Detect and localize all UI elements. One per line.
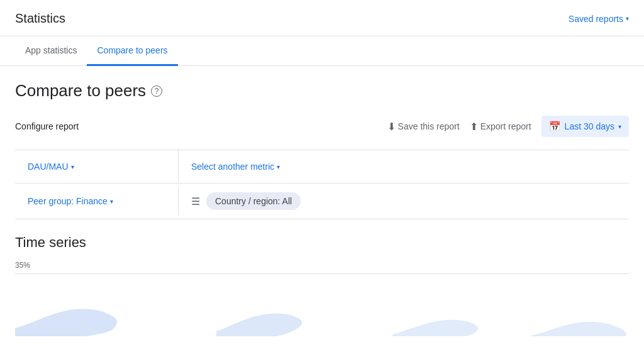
save-report-label: Save this report — [398, 121, 460, 131]
tab-compare-to-peers[interactable]: Compare to peers — [87, 36, 177, 66]
download-icon: ⬇ — [387, 121, 396, 133]
export-icon: ⬆ — [470, 121, 478, 133]
date-range-label: Last 30 days — [565, 121, 614, 131]
chart-grid-line — [15, 273, 629, 274]
peer-group-cell: Peer group: Finance ▾ — [15, 187, 179, 215]
saved-reports-button[interactable]: Saved reports ▾ — [569, 14, 629, 34]
primary-metric-cell: DAU/MAU ▾ — [15, 150, 179, 183]
country-region-chip[interactable]: Country / region: All — [206, 192, 301, 210]
tab-app-statistics[interactable]: App statistics — [15, 36, 87, 66]
filter-icon: ☰ — [191, 195, 200, 207]
chevron-down-icon: ▾ — [110, 198, 113, 205]
chevron-down-icon: ▾ — [626, 15, 629, 22]
chevron-down-icon: ▾ — [71, 163, 74, 170]
secondary-metric-label: Select another metric — [191, 162, 274, 172]
time-series-chart — [15, 284, 629, 336]
export-report-button[interactable]: ⬆ Export report — [470, 121, 531, 133]
filters-row: Peer group: Finance ▾ ☰ Country / region… — [15, 184, 629, 219]
metrics-row: DAU/MAU ▾ Select another metric ▾ — [15, 150, 629, 184]
export-report-label: Export report — [480, 121, 531, 131]
time-series-section: Time series 35% — [0, 219, 644, 336]
country-region-label: Country / region: All — [215, 196, 292, 206]
calendar-icon: 📅 — [549, 121, 561, 132]
secondary-metric-cell: Select another metric ▾ — [179, 150, 292, 183]
configure-label: Configure report — [15, 121, 79, 131]
date-range-button[interactable]: 📅 Last 30 days ▾ — [541, 116, 629, 137]
peer-group-label: Peer group: Finance — [28, 196, 108, 206]
help-icon[interactable]: ? — [151, 85, 162, 97]
primary-metric-label: DAU/MAU — [28, 162, 69, 172]
chevron-down-icon: ▾ — [277, 163, 280, 170]
time-series-title: Time series — [15, 234, 629, 251]
page-heading-text: Compare to peers — [15, 81, 146, 101]
primary-metric-button[interactable]: DAU/MAU ▾ — [28, 162, 74, 172]
secondary-metric-button[interactable]: Select another metric ▾ — [191, 162, 280, 172]
chevron-down-icon: ▾ — [618, 123, 621, 130]
chart-area: 35% — [15, 261, 629, 336]
tab-bar: App statistics Compare to peers — [0, 36, 644, 66]
save-report-button[interactable]: ⬇ Save this report — [387, 121, 460, 133]
chart-y-label: 35% — [15, 261, 629, 270]
saved-reports-label: Saved reports — [569, 14, 623, 24]
page-title: Statistics — [15, 11, 65, 36]
filter-area: ☰ Country / region: All — [179, 184, 313, 219]
configure-bar: Configure report ⬇ Save this report ⬆ Ex… — [15, 116, 629, 137]
peer-group-button[interactable]: Peer group: Finance ▾ — [28, 196, 165, 206]
